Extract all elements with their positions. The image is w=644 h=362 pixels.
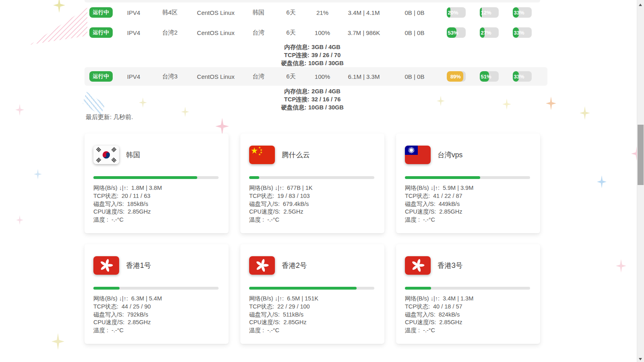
cpu-usage-bar: 20% xyxy=(447,7,466,18)
cell-traffic: 0B | 0B xyxy=(390,9,440,16)
status-badge: 运行中 xyxy=(89,7,113,18)
last-update-text: 最后更新: 几秒前. xyxy=(86,113,133,121)
cell-server-name: 台湾2 xyxy=(150,29,190,37)
hongkong-flag-icon xyxy=(405,256,431,275)
server-card: 香港2号 网络(B/s) ↓|↑:6.5M | 151K TCP状态:22 / … xyxy=(240,244,384,344)
memory-info: 内存信息:2GB / 4GB xyxy=(85,87,540,95)
server-card: 香港3号 网络(B/s) ↓|↑:3.4M | 1.3M TCP状态:40 / … xyxy=(396,244,540,344)
cell-os: CentOS Linux xyxy=(190,29,242,36)
cpu-speed-stat: CPU速度/S:2.85GHz xyxy=(405,208,531,216)
cpu-speed-stat: CPU速度/S:2.85GHz xyxy=(249,319,376,327)
network-speed-stat: 网络(B/s) ↓|↑:3.4M | 1.3M xyxy=(405,295,531,303)
server-card: 香港1号 网络(B/s) ↓|↑:6.3M | 5.4M TCP状态:44 / … xyxy=(85,244,229,344)
server-card: 韩国 网络(B/s) ↓|↑:1.8M | 3.8M TCP状态:20 / 11… xyxy=(85,134,229,233)
cell-uptime: 6天 xyxy=(275,29,307,37)
disk-info: 硬盘信息:10GB / 30GB xyxy=(85,59,540,67)
cell-uptime: 6天 xyxy=(275,73,307,80)
cpu-speed-stat: CPU速度/S:2.85GHz xyxy=(93,208,220,216)
usage-progressbar xyxy=(249,176,374,179)
sparkle-icon xyxy=(580,106,590,120)
row-details: 内存信息:3GB / 4GB TCP连接:39 / 26 / 70 硬盘信息:1… xyxy=(85,43,540,67)
tcp-status-stat: TCP状态:19 / 83 / 103 xyxy=(249,192,376,200)
memory-info: 内存信息:3GB / 4GB xyxy=(85,43,540,51)
cell-load: 100% xyxy=(307,73,338,80)
scroll-down-arrow-icon[interactable] xyxy=(637,355,644,362)
cpu-speed-stat: CPU速度/S:2.85GHz xyxy=(405,319,531,327)
server-name: 腾什么云 xyxy=(282,150,310,160)
disk-write-stat: 磁盘写入/S:679.4kB/s xyxy=(249,200,376,208)
cell-network-speed: 6.1M | 3.3M xyxy=(338,73,390,80)
disk-write-stat: 磁盘写入/S:185kB/s xyxy=(93,200,220,208)
cell-server-name: 台湾3 xyxy=(150,73,190,80)
status-badge: 运行中 xyxy=(89,71,113,82)
table-row[interactable]: 运行中 IPV4 台湾2 CentOS Linux 台湾 6天 100% 3.7… xyxy=(85,24,548,41)
scrollbar[interactable] xyxy=(637,0,644,362)
cell-os: CentOS Linux xyxy=(190,73,242,80)
network-speed-stat: 网络(B/s) ↓|↑:5.9M | 3.9M xyxy=(405,184,531,192)
tcp-status-stat: TCP状态:22 / 29 / 100 xyxy=(249,303,376,311)
ram-usage-bar: 27% xyxy=(480,27,499,38)
cell-ip-type: IPV4 xyxy=(118,73,150,80)
cell-ip-type: IPV4 xyxy=(118,9,150,16)
server-name: 台湾vps xyxy=(438,150,462,160)
ram-usage-bar: 51% xyxy=(480,71,499,82)
server-cards-grid: 韩国 网络(B/s) ↓|↑:1.8M | 3.8M TCP状态:20 / 11… xyxy=(85,134,540,344)
cpu-speed-stat: CPU速度/S:2.5GHz xyxy=(249,208,376,216)
cpu-usage-bar: 89% xyxy=(447,71,466,82)
hongkong-flag-icon xyxy=(249,256,275,275)
network-speed-stat: 网络(B/s) ↓|↑:6.5M | 151K xyxy=(249,295,376,303)
sparkle-icon xyxy=(15,104,24,116)
temperature-stat: 温度 :-.-°C xyxy=(405,327,531,335)
cell-ip-type: IPV4 xyxy=(118,29,150,36)
temperature-stat: 温度 :-.-°C xyxy=(249,327,376,335)
cpu-usage-bar: 53% xyxy=(447,27,466,38)
cell-location: 韩国 xyxy=(242,9,275,16)
tcp-status-stat: TCP状态:44 / 25 / 90 xyxy=(93,303,220,311)
cell-location: 台湾 xyxy=(242,73,275,80)
korea-flag-icon xyxy=(93,146,119,164)
usage-progressbar xyxy=(249,287,374,290)
taiwan-flag-icon xyxy=(405,146,431,164)
server-name: 香港1号 xyxy=(126,261,151,270)
scrollbar-thumb[interactable] xyxy=(638,125,644,185)
tcp-status-stat: TCP状态:41 / 22 / 87 xyxy=(405,192,531,200)
network-speed-stat: 网络(B/s) ↓|↑:6.3M | 5.4M xyxy=(93,295,220,303)
server-name: 香港2号 xyxy=(282,261,307,270)
server-name: 韩国 xyxy=(126,150,140,160)
disk-usage-bar: 33% xyxy=(513,7,532,18)
cell-load: 100% xyxy=(307,29,338,36)
cell-location: 台湾 xyxy=(242,29,275,37)
table-row[interactable]: 运行中 IPV4 台湾3 CentOS Linux 台湾 6天 100% 6.1… xyxy=(85,67,547,86)
usage-progressbar xyxy=(93,176,219,179)
cell-os: CentOS Linux xyxy=(190,9,242,16)
status-badge: 运行中 xyxy=(89,27,113,38)
sparkle-icon xyxy=(52,333,64,350)
hongkong-flag-icon xyxy=(93,256,119,275)
cell-server-name: 韩4区 xyxy=(150,9,190,16)
scroll-up-arrow-icon[interactable] xyxy=(637,0,644,7)
tcp-status-stat: TCP状态:40 / 18 / 57 xyxy=(405,303,531,311)
cell-load: 21% xyxy=(307,9,338,16)
disk-write-stat: 磁盘写入/S:511kB/s xyxy=(249,311,376,319)
network-speed-stat: 网络(B/s) ↓|↑:1.8M | 3.8M xyxy=(93,184,220,192)
sparkle-icon xyxy=(16,215,23,225)
cell-traffic: 0B | 0B xyxy=(390,73,440,80)
server-table: 运行中 IPV4 韩4区 CentOS Linux 韩国 6天 21% 3.4M… xyxy=(85,0,548,111)
cell-traffic: 0B | 0B xyxy=(390,29,440,36)
network-speed-stat: 网络(B/s) ↓|↑:677B | 1K xyxy=(249,184,376,192)
sparkle-icon xyxy=(34,169,42,179)
temperature-stat: 温度 :-.-°C xyxy=(93,216,220,224)
usage-progressbar xyxy=(405,176,530,179)
temperature-stat: 温度 :-.-°C xyxy=(93,327,220,335)
table-row[interactable]: 运行中 IPV4 韩4区 CentOS Linux 韩国 6天 21% 3.4M… xyxy=(85,4,548,21)
server-card: 腾什么云 网络(B/s) ↓|↑:677B | 1K TCP状态:19 / 83… xyxy=(240,134,384,233)
row-details: 内存信息:2GB / 4GB TCP连接:32 / 16 / 76 硬盘信息:1… xyxy=(85,87,540,111)
sparkle-icon xyxy=(597,175,607,188)
tcp-info: TCP连接:39 / 26 / 70 xyxy=(85,51,540,59)
cell-uptime: 6天 xyxy=(275,9,307,16)
server-name: 香港3号 xyxy=(438,261,462,270)
tcp-status-stat: TCP状态:20 / 11 / 63 xyxy=(93,192,220,200)
table-row-partial xyxy=(85,0,540,2)
disk-write-stat: 磁盘写入/S:824kB/s xyxy=(405,311,531,319)
cell-network-speed: 3.4M | 4.1M xyxy=(338,9,390,16)
